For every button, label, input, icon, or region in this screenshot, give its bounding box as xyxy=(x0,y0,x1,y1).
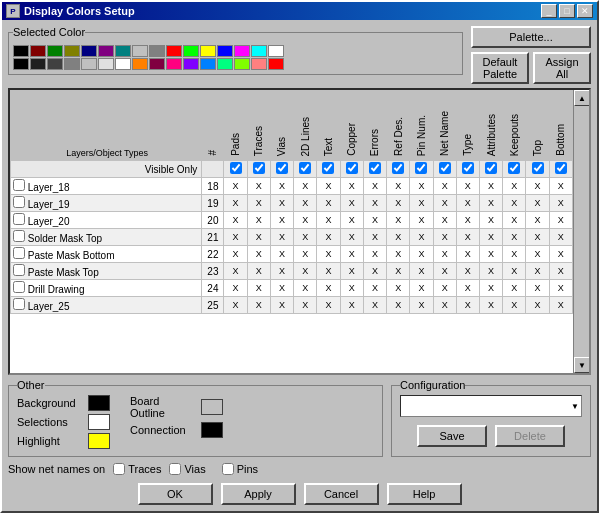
layer-col-cell[interactable]: X xyxy=(387,246,410,263)
layer-col-cell[interactable]: X xyxy=(247,280,270,297)
layer-col-cell[interactable]: X xyxy=(294,297,317,314)
color-cell-28[interactable] xyxy=(217,58,233,70)
layer-col-cell[interactable]: X xyxy=(456,297,479,314)
color-cell-3[interactable] xyxy=(64,45,80,57)
layer-col-cell[interactable]: X xyxy=(410,178,433,195)
layer-col-cell[interactable]: X xyxy=(387,195,410,212)
layer-col-cell[interactable]: X xyxy=(317,246,340,263)
layer-col-cell[interactable]: X xyxy=(270,212,293,229)
layer-col-cell[interactable]: X xyxy=(549,297,572,314)
layer-col-cell[interactable]: X xyxy=(410,229,433,246)
layer-col-cell[interactable]: X xyxy=(340,178,363,195)
color-cell-26[interactable] xyxy=(183,58,199,70)
config-dropdown[interactable]: ▼ xyxy=(400,395,582,417)
vias-checkbox[interactable] xyxy=(169,463,181,475)
vo-pads-check[interactable] xyxy=(230,162,242,174)
layer-col-cell[interactable]: X xyxy=(433,246,456,263)
layer-col-cell[interactable]: X xyxy=(479,178,502,195)
color-cell-18[interactable] xyxy=(47,58,63,70)
layer-col-cell[interactable]: X xyxy=(387,263,410,280)
cancel-button[interactable]: Cancel xyxy=(304,483,379,505)
color-cell-15[interactable] xyxy=(268,45,284,57)
layer-col-cell[interactable]: X xyxy=(456,195,479,212)
layer-col-cell[interactable]: X xyxy=(456,246,479,263)
layer-col-cell[interactable]: X xyxy=(549,195,572,212)
layer-col-cell[interactable]: X xyxy=(526,297,549,314)
layer-col-cell[interactable]: X xyxy=(340,246,363,263)
layer-check-4[interactable] xyxy=(13,247,25,259)
layer-col-cell[interactable]: X xyxy=(270,280,293,297)
apply-button[interactable]: Apply xyxy=(221,483,296,505)
layer-col-cell[interactable]: X xyxy=(270,229,293,246)
vo-text-check[interactable] xyxy=(322,162,334,174)
color-cell-9[interactable] xyxy=(166,45,182,57)
layer-col-cell[interactable]: X xyxy=(317,263,340,280)
layer-col-cell[interactable]: X xyxy=(410,195,433,212)
layer-col-cell[interactable]: X xyxy=(456,178,479,195)
help-button[interactable]: Help xyxy=(387,483,462,505)
layer-check-2[interactable] xyxy=(13,213,25,225)
layer-col-cell[interactable]: X xyxy=(340,229,363,246)
layer-check-5[interactable] xyxy=(13,264,25,276)
color-cell-6[interactable] xyxy=(115,45,131,57)
color-cell-23[interactable] xyxy=(132,58,148,70)
color-cell-24[interactable] xyxy=(149,58,165,70)
layer-col-cell[interactable]: X xyxy=(317,195,340,212)
layer-col-cell[interactable]: X xyxy=(294,263,317,280)
layer-col-cell[interactable]: X xyxy=(526,246,549,263)
layer-col-cell[interactable]: X xyxy=(433,280,456,297)
vo-pinnum-check[interactable] xyxy=(415,162,427,174)
layer-col-cell[interactable]: X xyxy=(270,195,293,212)
layer-check-7[interactable] xyxy=(13,298,25,310)
layer-col-cell[interactable]: X xyxy=(479,297,502,314)
layer-col-cell[interactable]: X xyxy=(270,178,293,195)
layer-col-cell[interactable]: X xyxy=(247,263,270,280)
layer-col-cell[interactable]: X xyxy=(247,246,270,263)
layer-col-cell[interactable]: X xyxy=(549,263,572,280)
layer-col-cell[interactable]: X xyxy=(294,178,317,195)
palette-button[interactable]: Palette... xyxy=(471,26,591,48)
color-cell-12[interactable] xyxy=(217,45,233,57)
color-cell-0[interactable] xyxy=(13,45,29,57)
layer-col-cell[interactable]: X xyxy=(317,280,340,297)
layer-col-cell[interactable]: X xyxy=(224,178,247,195)
layer-col-cell[interactable]: X xyxy=(503,178,526,195)
color-cell-20[interactable] xyxy=(81,58,97,70)
scroll-down-button[interactable]: ▼ xyxy=(574,357,589,373)
layer-col-cell[interactable]: X xyxy=(526,195,549,212)
layer-col-cell[interactable]: X xyxy=(340,263,363,280)
layer-col-cell[interactable]: X xyxy=(294,246,317,263)
layer-col-cell[interactable]: X xyxy=(224,280,247,297)
color-cell-29[interactable] xyxy=(234,58,250,70)
layer-col-cell[interactable]: X xyxy=(270,263,293,280)
layer-col-cell[interactable]: X xyxy=(247,297,270,314)
layer-col-cell[interactable]: X xyxy=(526,178,549,195)
layer-col-cell[interactable]: X xyxy=(363,212,386,229)
pins-checkbox[interactable] xyxy=(222,463,234,475)
layer-col-cell[interactable]: X xyxy=(456,212,479,229)
layer-col-cell[interactable]: X xyxy=(503,297,526,314)
layer-col-cell[interactable]: X xyxy=(479,212,502,229)
layer-col-cell[interactable]: X xyxy=(294,229,317,246)
layer-col-cell[interactable]: X xyxy=(433,297,456,314)
vo-refdes-check[interactable] xyxy=(392,162,404,174)
layer-col-cell[interactable]: X xyxy=(433,195,456,212)
layer-col-cell[interactable]: X xyxy=(410,263,433,280)
layer-col-cell[interactable]: X xyxy=(317,212,340,229)
color-cell-8[interactable] xyxy=(149,45,165,57)
color-cell-16[interactable] xyxy=(13,58,29,70)
layer-col-cell[interactable]: X xyxy=(270,297,293,314)
vo-keepouts-check[interactable] xyxy=(508,162,520,174)
layer-check-1[interactable] xyxy=(13,196,25,208)
layer-col-cell[interactable]: X xyxy=(224,246,247,263)
layer-col-cell[interactable]: X xyxy=(410,280,433,297)
color-cell-17[interactable] xyxy=(30,58,46,70)
layer-col-cell[interactable]: X xyxy=(456,280,479,297)
color-cell-4[interactable] xyxy=(81,45,97,57)
layer-col-cell[interactable]: X xyxy=(410,246,433,263)
layer-col-cell[interactable]: X xyxy=(340,195,363,212)
vo-2dlines-check[interactable] xyxy=(299,162,311,174)
color-cell-22[interactable] xyxy=(115,58,131,70)
color-cell-1[interactable] xyxy=(30,45,46,57)
color-cell-27[interactable] xyxy=(200,58,216,70)
